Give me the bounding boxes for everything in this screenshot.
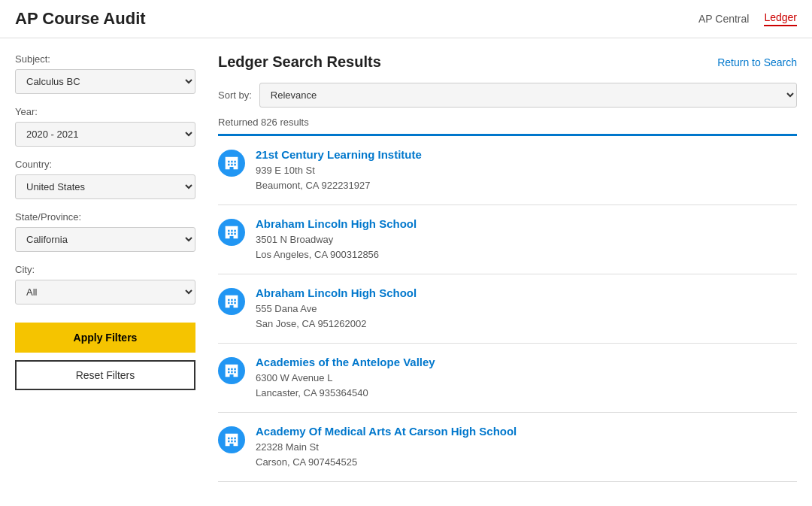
result-info: Academies of the Antelope Valley 6300 W … [256,356,435,400]
result-name[interactable]: Abraham Lincoln High School [256,217,417,230]
result-address: 939 E 10th StBeaumont, CA 922231927 [256,163,422,192]
building-icon [224,363,239,378]
results-count: Returned 826 results [218,117,797,136]
nav-ap-central[interactable]: AP Central [698,13,749,25]
state-label: State/Province: [15,211,195,223]
year-label: Year: [15,106,195,117]
result-name[interactable]: Academies of the Antelope Valley [256,356,435,368]
building-icon [224,432,239,447]
header-nav: AP Central Ledger [698,11,797,26]
result-info: Abraham Lincoln High School 3501 N Broad… [256,217,417,262]
result-item: Academy Of Medical Arts At Carson High S… [218,413,797,482]
result-item: Academies of the Antelope Valley 6300 W … [218,344,797,413]
building-icon [224,225,239,240]
sort-row: Sort by: Relevance [218,83,797,108]
app-title: AP Course Audit [15,9,146,29]
result-item: Abraham Lincoln High School 3501 N Broad… [218,205,797,274]
result-icon [218,288,245,315]
result-name[interactable]: 21st Century Learning Institute [256,148,422,161]
result-info: Academy Of Medical Arts At Carson High S… [256,425,517,469]
city-label: City: [15,264,195,275]
results-list: 21st Century Learning Institute 939 E 10… [218,136,797,482]
result-name[interactable]: Academy Of Medical Arts At Carson High S… [256,425,517,438]
result-icon [218,150,245,177]
year-select[interactable]: 2020 - 2021 [15,122,195,147]
city-select[interactable]: All [15,280,195,305]
result-item: Abraham Lincoln High School 555 Dana Ave… [218,274,797,344]
nav-ledger[interactable]: Ledger [764,11,797,26]
content-title: Ledger Search Results [218,53,381,71]
result-address: 555 Dana AveSan Jose, CA 951262002 [256,301,417,331]
result-address: 3501 N BroadwayLos Angeles, CA 900312856 [256,232,417,262]
result-info: 21st Century Learning Institute 939 E 10… [256,148,422,192]
content-header: Ledger Search Results Return to Search [218,53,797,71]
result-icon [218,357,245,384]
building-icon [224,156,239,171]
result-info: Abraham Lincoln High School 555 Dana Ave… [256,286,417,331]
building-icon [224,294,239,309]
result-icon [218,219,245,246]
result-icon [218,426,245,453]
country-label: Country: [15,159,195,170]
sort-label: Sort by: [218,89,252,101]
subject-select[interactable]: Calculus BC [15,69,195,94]
result-address: 6300 W Avenue LLancaster, CA 935364540 [256,371,435,400]
result-item: 21st Century Learning Institute 939 E 10… [218,136,797,205]
reset-filters-button[interactable]: Reset Filters [15,360,195,390]
subject-label: Subject: [15,53,195,65]
return-to-search-link[interactable]: Return to Search [717,56,797,68]
country-select[interactable]: United States [15,174,195,199]
apply-filters-button[interactable]: Apply Filters [15,323,195,353]
result-name[interactable]: Abraham Lincoln High School [256,286,417,299]
state-select[interactable]: California [15,227,195,252]
sort-select[interactable]: Relevance [259,83,797,108]
result-address: 22328 Main StCarson, CA 907454525 [256,440,517,469]
header: AP Course Audit AP Central Ledger [0,0,812,38]
sidebar: Subject: Calculus BC Year: 2020 - 2021 C… [15,53,195,482]
content-area: Ledger Search Results Return to Search S… [218,53,797,482]
main-layout: Subject: Calculus BC Year: 2020 - 2021 C… [0,38,812,497]
